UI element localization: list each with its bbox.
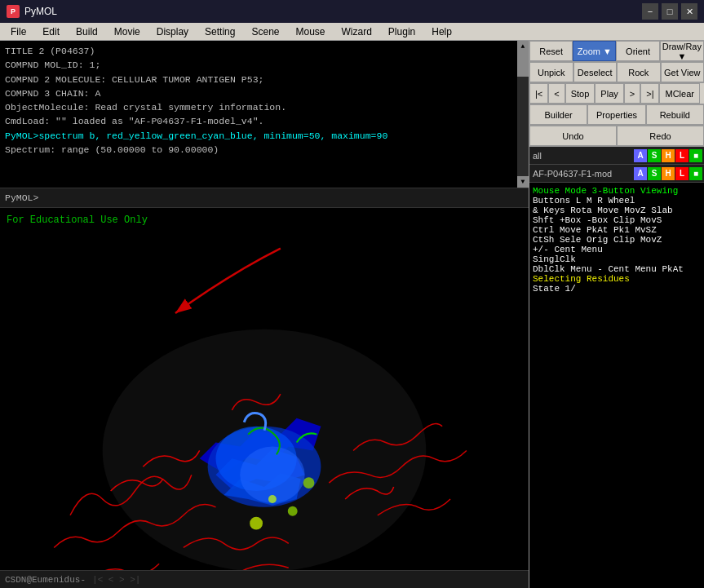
console-line: COMPND 3 CHAIN: A: [5, 86, 524, 100]
menu-item-build[interactable]: Build: [69, 24, 105, 40]
rebuild-button[interactable]: Rebuild: [646, 104, 704, 125]
toolbar-row-4: Builder Properties Rebuild: [529, 104, 704, 126]
rock-button[interactable]: Rock: [617, 62, 661, 82]
title-bar-controls: − □ ✕: [642, 3, 697, 20]
bottom-text: CSDN@Eumenidus-: [5, 575, 86, 585]
toolbar-row-2: Unpick Deselect Rock Get View: [529, 62, 704, 83]
molecule-canvas: [0, 208, 529, 588]
ashl-btn-S[interactable]: S: [648, 149, 661, 162]
ashl-btn-A[interactable]: A: [634, 167, 647, 180]
nav-next-button[interactable]: >: [624, 83, 640, 104]
bottom-bar: CSDN@Eumenidus- |< < > >|: [0, 570, 529, 588]
input-line: PyMOL>: [0, 188, 529, 207]
menu-item-wizard[interactable]: Wizard: [334, 24, 379, 40]
scroll-track: [517, 52, 529, 176]
svg-point-8: [268, 495, 277, 503]
console-line: ObjectMolecule: Read crystal symmetry in…: [5, 100, 524, 114]
menu-item-setting[interactable]: Setting: [197, 24, 242, 40]
info-line: Buttons L M R Wheel: [533, 196, 701, 206]
builder-button[interactable]: Builder: [529, 104, 587, 125]
menu-item-plugin[interactable]: Plugin: [381, 24, 423, 40]
scrollbar[interactable]: ▲ ▼: [517, 41, 529, 188]
console-line: TITLE 2 (P04637): [5, 44, 524, 58]
console-lines: TITLE 2 (P04637) COMPND MOL_ID: 1; COMPN…: [5, 44, 524, 157]
left-panel: TITLE 2 (P04637) COMPND MOL_ID: 1; COMPN…: [0, 41, 529, 588]
svg-point-5: [240, 446, 304, 502]
ashl-btn-■[interactable]: ■: [689, 167, 702, 180]
input-prompt: PyMOL>: [5, 192, 38, 203]
mclear-button[interactable]: MClear: [659, 83, 699, 104]
object-row-0[interactable]: allASHL■: [529, 147, 704, 165]
menu-bar: FileEditBuildMovieDisplaySettingSceneMou…: [0, 23, 704, 41]
ashl-btn-A[interactable]: A: [634, 149, 647, 162]
menu-item-edit[interactable]: Edit: [35, 24, 67, 40]
menu-item-file[interactable]: File: [3, 24, 33, 40]
info-line: Mouse Mode 3-Button Viewing: [533, 186, 701, 196]
info-line: +/- Cent Menu: [533, 245, 701, 254]
console-line: PyMOL>spectrum b, red_yellow_green_cyan_…: [5, 129, 524, 143]
toolbar-row-5: Undo Redo: [529, 126, 704, 147]
scroll-up-btn[interactable]: ▲: [517, 41, 529, 52]
pymol-icon: P: [7, 5, 20, 18]
toolbar-row-1: Reset Zoom ▼ Orient Draw/Ray ▼: [529, 41, 704, 62]
unpick-button[interactable]: Unpick: [529, 62, 573, 82]
info-line: State 1/: [533, 284, 701, 294]
object-list: allASHL■AF-P04637-F1-modASHL■: [529, 147, 704, 183]
svg-point-9: [303, 477, 315, 489]
info-line: & Keys Rota Move MovZ Slab: [533, 206, 701, 215]
ashl-btn-H[interactable]: H: [662, 149, 675, 162]
right-panel: Reset Zoom ▼ Orient Draw/Ray ▼ Unpick De…: [529, 41, 704, 588]
svg-point-7: [288, 506, 298, 516]
orient-button[interactable]: Orient: [616, 41, 659, 61]
title-bar: P PyMOL − □ ✕: [0, 0, 704, 23]
ashl-btn-S[interactable]: S: [648, 167, 661, 180]
undo-button[interactable]: Undo: [529, 126, 617, 146]
console-line: CmdLoad: "" loaded as "AF-P04637-F1-mode…: [5, 114, 524, 128]
stop-button[interactable]: Stop: [565, 83, 596, 104]
reset-button[interactable]: Reset: [529, 41, 573, 61]
menu-item-movie[interactable]: Movie: [107, 24, 148, 40]
menu-item-help[interactable]: Help: [424, 24, 459, 40]
object-name: AF-P04637-F1-mod: [529, 167, 632, 180]
object-name: all: [529, 149, 632, 162]
zoom-button[interactable]: Zoom ▼: [573, 41, 616, 61]
console-line: Spectrum: range (50.00000 to 90.00000): [5, 143, 524, 157]
ashl-btn-L[interactable]: L: [675, 149, 689, 162]
nav-prev-button[interactable]: <: [548, 83, 565, 104]
deselect-button[interactable]: Deselect: [573, 62, 618, 82]
command-input[interactable]: [42, 192, 524, 203]
info-panel: Mouse Mode 3-Button ViewingButtons L M R…: [529, 183, 704, 588]
toolbar-row-3: |< < Stop Play > >| MClear: [529, 83, 704, 104]
educational-text: For Educational Use Only: [7, 214, 148, 226]
maximize-button[interactable]: □: [662, 3, 678, 20]
nav-start-button[interactable]: |<: [529, 83, 548, 104]
close-button[interactable]: ✕: [681, 3, 697, 20]
ashl-btn-■[interactable]: ■: [689, 149, 702, 162]
title-bar-left: P PyMOL: [7, 5, 57, 18]
console-line: COMPND 2 MOLECULE: CELLULAR TUMOR ANTIGE…: [5, 73, 524, 86]
menu-item-scene[interactable]: Scene: [244, 24, 286, 40]
menu-item-mouse[interactable]: Mouse: [288, 24, 332, 40]
play-button[interactable]: Play: [595, 83, 623, 104]
info-line: Ctrl Move PkAt Pk1 MvSZ: [533, 225, 701, 235]
ashl-btn-H[interactable]: H: [662, 167, 675, 180]
minimize-button[interactable]: −: [642, 3, 658, 20]
redo-button[interactable]: Redo: [617, 126, 704, 146]
viewport[interactable]: For Educational Use Only: [0, 207, 529, 588]
scroll-down-btn[interactable]: ▼: [517, 176, 529, 188]
console-line: COMPND MOL_ID: 1;: [5, 58, 524, 72]
info-line: DblClk Menu - Cent Menu PkAt: [533, 264, 701, 274]
info-line: CtSh Sele Orig Clip MovZ: [533, 235, 701, 245]
drawray-button[interactable]: Draw/Ray ▼: [660, 41, 704, 61]
properties-button[interactable]: Properties: [587, 104, 645, 125]
main-container: TITLE 2 (P04637) COMPND MOL_ID: 1; COMPN…: [0, 41, 704, 588]
frame-nav[interactable]: |< < > >|: [92, 575, 140, 585]
object-row-1[interactable]: AF-P04637-F1-modASHL■: [529, 165, 704, 183]
ashl-btn-L[interactable]: L: [675, 167, 689, 180]
getview-button[interactable]: Get View: [661, 62, 705, 82]
title-bar-title: PyMOL: [24, 6, 57, 17]
info-line: Selecting Residues: [533, 274, 701, 284]
info-line: Shft +Box -Box Clip MovS: [533, 215, 701, 225]
menu-item-display[interactable]: Display: [149, 24, 196, 40]
nav-end-button[interactable]: >|: [640, 83, 659, 104]
